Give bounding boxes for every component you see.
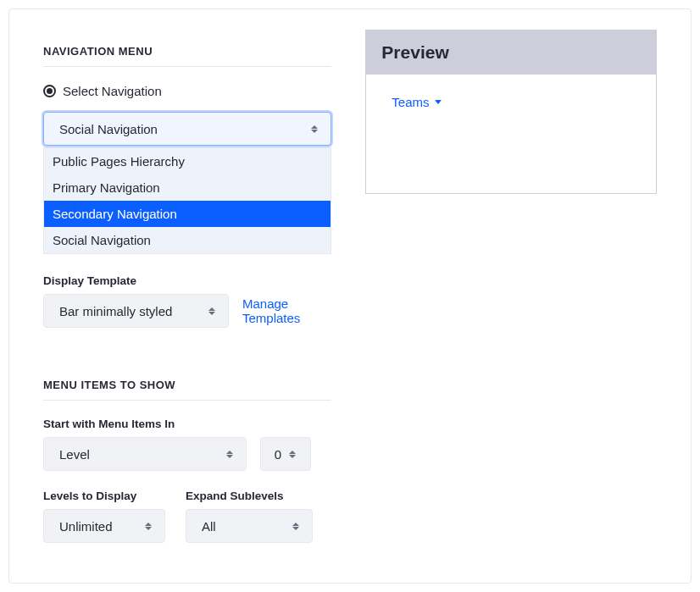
- preview-link-text: Teams: [392, 95, 429, 109]
- dropdown-option[interactable]: Public Pages Hierarchy: [44, 148, 331, 174]
- dropdown-option[interactable]: Secondary Navigation: [44, 201, 331, 227]
- section-title-menu-items: MENU ITEMS TO SHOW: [43, 379, 331, 401]
- start-items-row: Level 0: [43, 437, 331, 471]
- navigation-select-value: Social Navigation: [59, 122, 158, 136]
- navigation-select[interactable]: Social Navigation: [43, 112, 331, 146]
- start-items-select[interactable]: Level: [43, 437, 247, 471]
- display-template-select[interactable]: Bar minimally styled: [43, 294, 229, 328]
- radio-select-navigation[interactable]: Select Navigation: [43, 84, 331, 98]
- display-template-label: Display Template: [43, 274, 331, 287]
- expand-sublevels-select[interactable]: All: [186, 509, 313, 543]
- caret-sort-icon: [310, 123, 319, 135]
- start-items-label: Start with Menu Items In: [43, 418, 331, 430]
- expand-sublevels-value: All: [202, 519, 216, 534]
- start-items-number[interactable]: 0: [260, 437, 311, 471]
- expand-sublevels-col: Expand Sublevels All: [186, 486, 313, 543]
- levels-to-display-label: Levels to Display: [43, 490, 165, 502]
- navigation-select-wrap: Social Navigation Public Pages Hierarchy…: [43, 112, 331, 146]
- start-items-number-value: 0: [275, 447, 281, 462]
- expand-sublevels-label: Expand Sublevels: [186, 490, 313, 502]
- menu-items-section: MENU ITEMS TO SHOW Start with Menu Items…: [43, 379, 331, 543]
- preview-body: Teams: [366, 75, 656, 130]
- right-column: Preview Teams: [365, 30, 657, 549]
- dropdown-option[interactable]: Social Navigation: [44, 227, 331, 253]
- dropdown-option[interactable]: Primary Navigation: [44, 174, 331, 201]
- levels-to-display-col: Levels to Display Unlimited: [43, 486, 165, 543]
- preview-teams-link[interactable]: Teams: [392, 95, 441, 109]
- levels-to-display-select[interactable]: Unlimited: [43, 509, 165, 543]
- start-items-value: Level: [59, 447, 90, 462]
- radio-label: Select Navigation: [63, 84, 162, 98]
- levels-to-display-value: Unlimited: [59, 519, 113, 534]
- caret-sort-icon: [225, 448, 234, 460]
- caret-sort-icon: [292, 520, 300, 532]
- section-title-navigation: NAVIGATION MENU: [43, 45, 331, 67]
- radio-icon: [43, 85, 56, 97]
- caret-sort-icon: [208, 305, 216, 317]
- display-template-value: Bar minimally styled: [59, 304, 172, 318]
- display-template-row: Bar minimally styled Manage Templates: [43, 294, 331, 328]
- two-col-fields: Levels to Display Unlimited Expand Suble…: [43, 486, 331, 543]
- config-card: NAVIGATION MENU Select Navigation Social…: [8, 8, 692, 584]
- navigation-dropdown: Public Pages Hierarchy Primary Navigatio…: [43, 147, 331, 254]
- left-column: NAVIGATION MENU Select Navigation Social…: [43, 30, 331, 549]
- chevron-down-icon: [435, 100, 442, 104]
- manage-templates-link[interactable]: Manage Templates: [242, 296, 331, 325]
- preview-title: Preview: [366, 30, 656, 75]
- caret-sort-icon: [144, 520, 153, 532]
- preview-box: Preview Teams: [365, 30, 657, 194]
- caret-sort-icon: [288, 448, 297, 460]
